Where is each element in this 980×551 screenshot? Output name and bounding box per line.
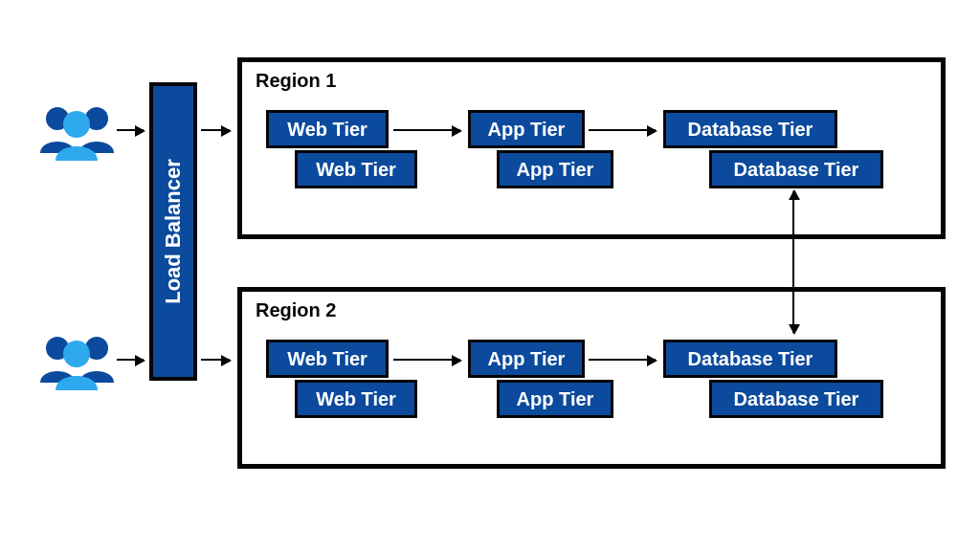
architecture-diagram: Load Balancer Region 1 Web Tier Web Tier… <box>0 0 980 551</box>
arrow-right-icon <box>589 359 656 361</box>
arrow-vertical-double-icon <box>792 191 794 333</box>
region-title: Region 2 <box>256 299 336 321</box>
app-tier-box: App Tier <box>468 110 585 148</box>
app-tier-box: App Tier <box>497 380 613 418</box>
load-balancer-label: Load Balancer <box>161 159 186 304</box>
web-tier-box: Web Tier <box>266 110 389 148</box>
db-tier-box: Database Tier <box>663 340 837 378</box>
svg-point-2 <box>63 111 90 138</box>
arrow-right-icon <box>589 129 656 131</box>
arrow-right-icon <box>117 359 144 361</box>
region-2: Region 2 Web Tier Web Tier App Tier App … <box>237 287 946 469</box>
load-balancer: Load Balancer <box>149 82 197 381</box>
arrow-right-icon <box>117 129 144 131</box>
arrow-right-icon <box>393 129 460 131</box>
region-1: Region 1 Web Tier Web Tier App Tier App … <box>237 57 946 239</box>
users-icon <box>36 333 118 390</box>
svg-point-5 <box>63 341 90 367</box>
arrow-right-icon <box>201 359 230 361</box>
users-icon <box>36 103 118 161</box>
region-title: Region 1 <box>256 70 336 92</box>
arrow-right-icon <box>393 359 460 361</box>
web-tier-box: Web Tier <box>266 340 389 378</box>
db-tier-box: Database Tier <box>709 380 883 418</box>
app-tier-box: App Tier <box>468 340 585 378</box>
arrow-right-icon <box>201 129 230 131</box>
web-tier-box: Web Tier <box>295 380 417 418</box>
app-tier-box: App Tier <box>497 150 613 188</box>
db-tier-box: Database Tier <box>663 110 837 148</box>
web-tier-box: Web Tier <box>295 150 417 188</box>
db-tier-box: Database Tier <box>709 150 883 188</box>
